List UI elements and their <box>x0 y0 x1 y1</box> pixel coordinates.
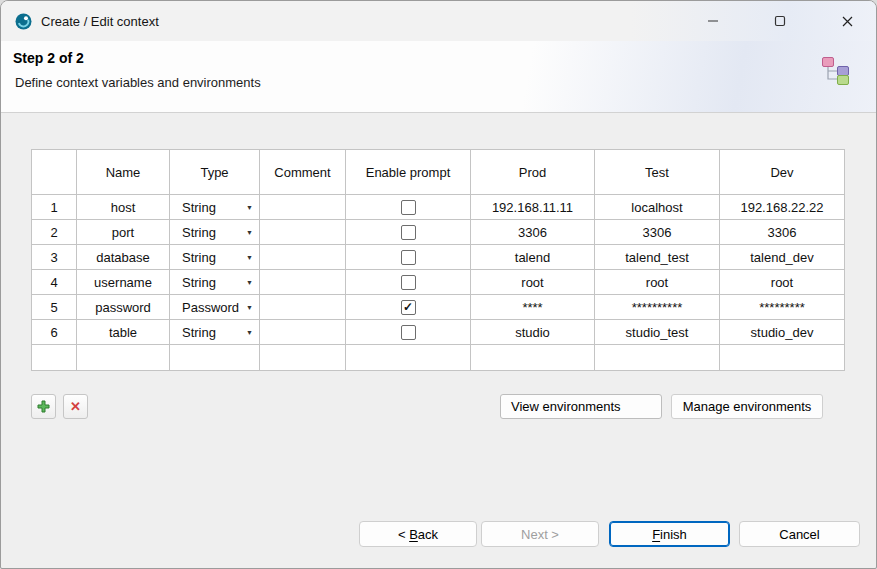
enable-prompt-checkbox[interactable] <box>401 200 416 215</box>
cell-name[interactable]: database <box>77 245 170 270</box>
cell-dev[interactable]: 3306 <box>720 220 845 245</box>
row-number: 2 <box>32 220 77 245</box>
cell-type: String▼ <box>170 220 260 245</box>
maximize-icon <box>774 15 786 27</box>
chevron-down-icon: ▼ <box>246 229 253 236</box>
enable-prompt-checkbox[interactable] <box>401 275 416 290</box>
cell-enable-prompt <box>346 220 471 245</box>
window-title: Create / Edit context <box>41 14 159 29</box>
cell-enable-prompt <box>346 195 471 220</box>
empty-cell <box>170 345 260 371</box>
minimize-button[interactable] <box>690 1 736 41</box>
cell-name[interactable]: table <box>77 320 170 345</box>
empty-cell <box>77 345 170 371</box>
table-row: 2portString▼330633063306 <box>32 220 845 245</box>
column-header-enable-prompt: Enable prompt <box>346 150 471 195</box>
table-row: 6tableString▼studiostudio_teststudio_dev <box>32 320 845 345</box>
cell-test[interactable]: ********** <box>595 295 720 320</box>
cell-comment[interactable] <box>260 320 346 345</box>
enable-prompt-checkbox[interactable] <box>401 225 416 240</box>
cell-test[interactable]: talend_test <box>595 245 720 270</box>
view-environments-button[interactable]: View environments <box>500 394 662 419</box>
close-button[interactable] <box>824 1 870 41</box>
cell-comment[interactable] <box>260 245 346 270</box>
enable-prompt-checkbox[interactable] <box>401 325 416 340</box>
column-header-test: Test <box>595 150 720 195</box>
type-dropdown[interactable]: String▼ <box>170 325 259 340</box>
type-dropdown[interactable]: String▼ <box>170 250 259 265</box>
cell-comment[interactable] <box>260 195 346 220</box>
cell-test[interactable]: studio_test <box>595 320 720 345</box>
chevron-down-icon: ▼ <box>246 254 253 261</box>
table-header-row: NameTypeCommentEnable promptProdTestDev <box>32 150 845 195</box>
finish-button[interactable]: Finish <box>609 521 730 547</box>
type-dropdown-value: Password <box>182 300 246 315</box>
cell-test[interactable]: localhost <box>595 195 720 220</box>
close-icon <box>841 15 854 28</box>
table-actions: ✕ View environments Manage environments <box>31 394 844 419</box>
cell-test[interactable]: root <box>595 270 720 295</box>
type-dropdown[interactable]: String▼ <box>170 275 259 290</box>
cell-prod[interactable]: talend <box>471 245 595 270</box>
type-dropdown[interactable]: String▼ <box>170 225 259 240</box>
maximize-button[interactable] <box>757 1 803 41</box>
back-button[interactable]: < Back <box>359 521 477 547</box>
empty-cell <box>720 345 845 371</box>
cell-test[interactable]: 3306 <box>595 220 720 245</box>
cell-prod[interactable]: studio <box>471 320 595 345</box>
enable-prompt-checkbox[interactable] <box>401 250 416 265</box>
type-dropdown[interactable]: Password▼ <box>170 300 259 315</box>
column-header-row-number <box>32 150 77 195</box>
cell-dev[interactable]: root <box>720 270 845 295</box>
table-row: 4usernameString▼rootrootroot <box>32 270 845 295</box>
cell-name[interactable]: host <box>77 195 170 220</box>
footer-bar: < Back Next > Finish Cancel <box>1 521 876 568</box>
cell-type: String▼ <box>170 320 260 345</box>
cell-prod[interactable]: 3306 <box>471 220 595 245</box>
cell-prod[interactable]: root <box>471 270 595 295</box>
type-dropdown-value: String <box>182 225 246 240</box>
chevron-down-icon: ▼ <box>246 204 253 211</box>
cell-name[interactable]: username <box>77 270 170 295</box>
manage-environments-button[interactable]: Manage environments <box>671 394 823 419</box>
next-button: Next > <box>481 521 599 547</box>
delete-icon: ✕ <box>70 400 81 413</box>
enable-prompt-checkbox[interactable]: ✓ <box>401 300 416 315</box>
type-dropdown-value: String <box>182 200 246 215</box>
cell-name[interactable]: password <box>77 295 170 320</box>
wizard-header: Step 2 of 2 Define context variables and… <box>1 41 876 113</box>
remove-variable-button[interactable]: ✕ <box>63 394 88 419</box>
content-area: NameTypeCommentEnable promptProdTestDev … <box>1 113 876 521</box>
row-number: 1 <box>32 195 77 220</box>
type-dropdown-value: String <box>182 325 246 340</box>
cell-name[interactable]: port <box>77 220 170 245</box>
cell-dev[interactable]: ********* <box>720 295 845 320</box>
chevron-down-icon: ▼ <box>246 304 253 311</box>
table-row: 1hostString▼192.168.11.11localhost192.16… <box>32 195 845 220</box>
add-variable-button[interactable] <box>31 394 56 419</box>
cell-type: Password▼ <box>170 295 260 320</box>
cell-enable-prompt: ✓ <box>346 295 471 320</box>
column-header-name: Name <box>77 150 170 195</box>
step-subtitle: Define context variables and environment… <box>15 75 876 90</box>
step-title: Step 2 of 2 <box>13 50 876 66</box>
table-row: 5passwordPassword▼✓*********************… <box>32 295 845 320</box>
cell-comment[interactable] <box>260 220 346 245</box>
cell-prod[interactable]: 192.168.11.11 <box>471 195 595 220</box>
table-row: 3databaseString▼talendtalend_testtalend_… <box>32 245 845 270</box>
cell-dev[interactable]: studio_dev <box>720 320 845 345</box>
cell-dev[interactable]: talend_dev <box>720 245 845 270</box>
context-variables-table: NameTypeCommentEnable promptProdTestDev … <box>31 149 845 371</box>
caption-buttons <box>690 1 876 41</box>
cell-comment[interactable] <box>260 295 346 320</box>
cell-dev[interactable]: 192.168.22.22 <box>720 195 845 220</box>
cell-comment[interactable] <box>260 270 346 295</box>
add-icon <box>37 400 50 413</box>
empty-cell <box>32 345 77 371</box>
cell-prod[interactable]: **** <box>471 295 595 320</box>
dialog-window: Create / Edit context Step 2 of 2 Define… <box>0 0 877 569</box>
type-dropdown[interactable]: String▼ <box>170 200 259 215</box>
cancel-button[interactable]: Cancel <box>739 521 860 547</box>
empty-cell <box>346 345 471 371</box>
empty-cell <box>595 345 720 371</box>
